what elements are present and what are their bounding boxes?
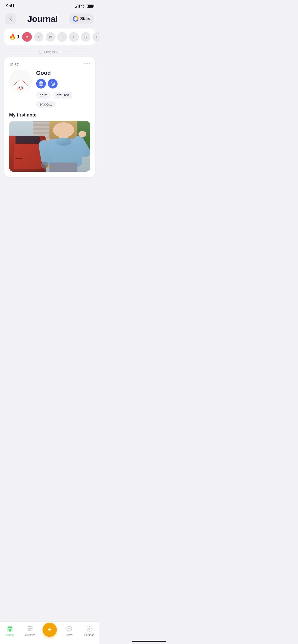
day-dot-mon[interactable]: M	[22, 32, 32, 42]
note-title: My first note	[9, 112, 90, 118]
entry-emotion-tags: calm amused empo…	[36, 92, 90, 108]
svg-point-9	[22, 87, 24, 90]
day-dot-sun[interactable]: S	[92, 32, 99, 42]
status-time: 9:41	[6, 4, 15, 9]
day-dot-thu[interactable]: T	[57, 32, 67, 42]
door-handle	[16, 158, 22, 159]
car-door	[13, 144, 42, 169]
scroll-indicator	[41, 162, 48, 169]
hand-right	[78, 131, 86, 137]
wifi-icon	[81, 5, 85, 8]
entry-details: Good	[36, 70, 90, 108]
battery-icon	[87, 5, 93, 8]
tag-amused: amused	[53, 92, 73, 99]
stats-pie-icon	[73, 16, 78, 22]
more-dot-1	[84, 63, 85, 64]
mood-illustration	[9, 70, 32, 93]
day-dot-tue[interactable]: T	[34, 32, 44, 42]
entry-more-button[interactable]	[84, 62, 90, 64]
tag-calm: calm	[36, 92, 51, 99]
header: Journal Stats	[0, 11, 99, 28]
day-dot-fri[interactable]: F	[69, 32, 79, 42]
date-text: 11 Dec 2023	[39, 50, 60, 54]
day-dot-sat[interactable]: S	[81, 32, 90, 42]
day-dot-wed[interactable]: W	[46, 32, 55, 42]
signal-icon	[75, 5, 80, 8]
svg-point-6	[19, 86, 20, 87]
svg-point-7	[22, 86, 23, 87]
stats-label: Stats	[80, 17, 90, 21]
streak-count: 1	[17, 34, 20, 40]
head	[53, 122, 74, 138]
entry-header: 15:37	[9, 62, 90, 67]
flame-icon: 🔥	[9, 34, 16, 40]
back-button[interactable]	[5, 13, 16, 24]
collar	[56, 138, 72, 146]
day-dots: M T W T F S S	[22, 32, 99, 42]
photo-scene	[9, 121, 90, 172]
page-title: Journal	[27, 14, 58, 24]
skirt	[49, 163, 78, 172]
streak-row: 🔥 1 M T W T F S S	[4, 28, 95, 45]
tag-icon-globe[interactable]	[36, 79, 46, 89]
svg-point-8	[17, 87, 19, 90]
entry-card: 15:37	[4, 57, 95, 177]
note-image[interactable]	[9, 121, 90, 172]
status-icons	[75, 5, 93, 8]
svg-point-17	[53, 83, 54, 84]
entry-tag-icons	[36, 79, 90, 89]
streak-badge: 🔥 1	[9, 34, 20, 40]
entry-mood: Good	[36, 70, 90, 76]
more-dot-2	[86, 63, 88, 64]
more-dot-3	[89, 63, 90, 64]
date-divider: 11 Dec 2023	[0, 45, 99, 57]
svg-point-16	[52, 83, 52, 84]
tag-icon-face[interactable]	[48, 79, 58, 89]
note-section: My first note	[9, 112, 90, 172]
stats-button[interactable]: Stats	[69, 13, 94, 24]
svg-point-15	[51, 82, 55, 86]
status-bar: 9:41	[0, 0, 99, 11]
entry-time: 15:37	[9, 62, 19, 67]
tag-empowered: empo…	[36, 101, 56, 108]
entry-body: Good	[9, 70, 90, 108]
